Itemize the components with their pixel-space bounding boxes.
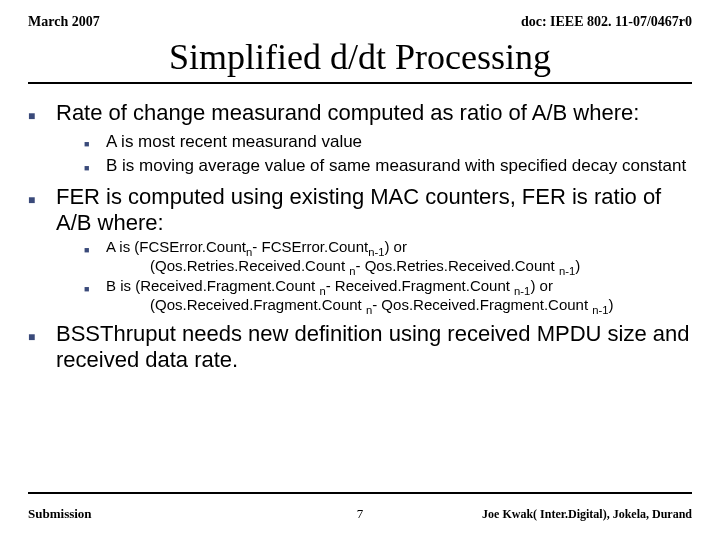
footer-author: Joe Kwak( Inter.Digital), Jokela, Durand <box>482 507 692 522</box>
square-bullet-icon: ■ <box>84 277 106 315</box>
header-date: March 2007 <box>28 14 100 30</box>
square-bullet-icon: ■ <box>84 238 106 276</box>
bullet-level1: ■ Rate of change measurand computed as r… <box>28 100 692 130</box>
bullet-level2: ■ B is (Received.Fragment.Count n- Recei… <box>84 277 692 315</box>
bullet-level1: ■ FER is computed using existing MAC cou… <box>28 184 692 236</box>
slide-title: Simplified d/dt Processing <box>28 36 692 78</box>
sublist: ■ A is (FCSError.Countn- FCSError.Countn… <box>84 238 692 315</box>
bullet-text: B is moving average value of same measur… <box>106 156 686 178</box>
footer-rule <box>28 492 692 494</box>
bullet-level2: ■ A is (FCSError.Countn- FCSError.Countn… <box>84 238 692 276</box>
bullet-level2: ■ A is most recent measurand value <box>84 132 692 154</box>
bullet-level2: ■ B is moving average value of same meas… <box>84 156 692 178</box>
square-bullet-icon: ■ <box>84 156 106 178</box>
bullet-level1: ■ BSSThruput needs new definition using … <box>28 321 692 373</box>
square-bullet-icon: ■ <box>28 100 56 130</box>
bullet-text: A is (FCSError.Countn- FCSError.Countn-1… <box>106 238 580 276</box>
header: March 2007 doc: IEEE 802. 11-07/0467r0 <box>28 14 692 30</box>
bullet-text: Rate of change measurand computed as rat… <box>56 100 639 130</box>
square-bullet-icon: ■ <box>28 184 56 236</box>
continuation-line: (Qos.Received.Fragment.Count n- Qos.Rece… <box>106 296 614 315</box>
continuation-line: (Qos.Retries.Received.Count n- Qos.Retri… <box>106 257 580 276</box>
title-rule <box>28 82 692 84</box>
title-block: Simplified d/dt Processing <box>28 36 692 84</box>
footer-left: Submission <box>28 506 92 522</box>
sublist: ■ A is most recent measurand value ■ B i… <box>84 132 692 178</box>
bullet-text: FER is computed using existing MAC count… <box>56 184 692 236</box>
header-doc-id: doc: IEEE 802. 11-07/0467r0 <box>521 14 692 30</box>
square-bullet-icon: ■ <box>84 132 106 154</box>
footer: Submission 7 Joe Kwak( Inter.Digital), J… <box>28 506 692 522</box>
slide: March 2007 doc: IEEE 802. 11-07/0467r0 S… <box>0 0 720 540</box>
bullet-text: BSSThruput needs new definition using re… <box>56 321 692 373</box>
bullet-text: B is (Received.Fragment.Count n- Receive… <box>106 277 614 315</box>
square-bullet-icon: ■ <box>28 321 56 373</box>
bullet-text: A is most recent measurand value <box>106 132 362 154</box>
slide-body: ■ Rate of change measurand computed as r… <box>28 94 692 373</box>
